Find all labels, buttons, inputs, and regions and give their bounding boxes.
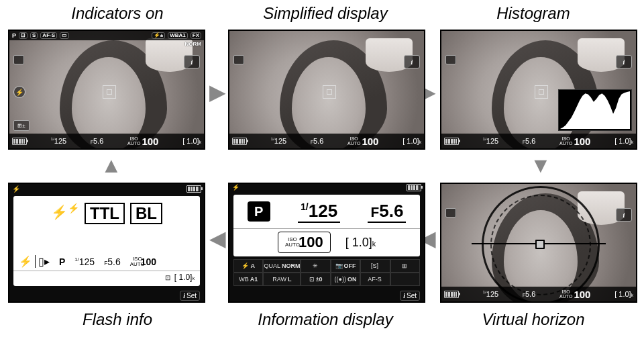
panel-virtual-horizon: i 1/125 F5.6 ISOAUTO100 [ 1.0]k [440,183,637,303]
flash-ready-icon: ⚡ [13,86,25,98]
mode-indicator: P [59,256,65,267]
metering-icon: ⊡ [165,274,170,281]
mic-level-icon [445,55,456,64]
flash-mode-readout: ⚡⚡ TTL BL [13,196,200,256]
focus-point-icon [103,85,116,99]
arrow-up-icon: ▲ [101,153,122,178]
frames-remaining: [ 1.0]k [345,236,376,250]
info-grid-cell: ✳ [301,259,330,273]
shutter-value: 125 [486,137,498,145]
info-settings-grid: ⚡AQUALNORM✳📷OFF[S]⊞WBA1RAWL⊡±0((●))ONAF-… [233,259,420,286]
focus-point-icon [535,85,548,99]
flash-comp-icon: ⚡± [152,32,165,39]
flash-sub-readout: ⚡ ▯▸ P 1/125 F5.6 ISOAUTO100 ⊡ [ 1.0]k [13,252,200,286]
top-indicator-strip: P ⊡ S AF-S ▭ ⚡± WBA1 FX [9,31,204,40]
panel-simplified: i 1/125 F5.6 ISOAUTO100 [ 1.0]k [228,30,425,150]
bottom-status-strip: 1/125 F5.6 ISOAUTO100 [ 1.0]k [441,134,636,148]
histogram-overlay [558,89,632,131]
battery-icon [444,291,459,298]
mode-badge: P [248,201,270,222]
i-set-button[interactable]: iSet [400,291,420,301]
panel-histogram: i 1/125 F5.6 ISOAUTO100 [ 1.0]k [440,30,637,150]
info-main-readout: P 1/125 F5.6 ISOAUTO100 [ 1.0]k [233,195,420,256]
focus-point-icon [323,85,336,99]
aperture-value: 5.6 [313,137,323,145]
shutter-value: 125 [309,201,337,221]
frames-remaining: [ 1.0]k [614,290,633,298]
battery-icon [232,138,247,145]
panel-information-display: ⚡ P 1/125 F5.6 ISOAUTO100 [ 1.0]k ⚡AQUAL… [228,183,425,303]
info-grid-cell: [S] [360,259,390,273]
aperture-value: 5.6 [93,137,103,145]
battery-icon [444,138,459,145]
s-indicator: S [30,32,38,39]
info-i-button[interactable]: i [184,55,200,68]
info-grid-cell [390,273,420,286]
iso-value: 100 [299,234,323,251]
label-virtual: Virtual horizon [443,310,624,329]
bottom-status-strip: 1/125 F5.6 ISOAUTO100 [ 1.0]k [441,287,636,301]
battery-icon [186,185,201,193]
iso-value: 100 [574,136,590,147]
flash-bl: BL [130,203,162,224]
iso-value: 100 [362,136,378,147]
virtual-horizon-center-icon [535,240,545,249]
mic-level-icon [233,55,244,64]
info-grid-cell: 📷OFF [331,259,360,273]
aperture-value: 5.6 [525,290,535,298]
fx-indicator: FX [191,32,201,39]
svg-marker-0 [560,91,630,129]
frames-remaining: [ 1.0]k [174,273,195,282]
mic-level-icon [13,55,24,64]
mic-level-icon [445,208,456,218]
shutter-value: 125 [79,256,95,267]
frames-remaining: [ 1.0]k [182,137,201,145]
bottom-status-strip: 1/125 F5.6 ISOAUTO100 [ 1.0]k [9,134,204,148]
bottom-status-strip: 1/125 F5.6 ISOAUTO100 [ 1.0]k [229,134,424,148]
iso-value: 100 [574,289,590,300]
shutter-value: 125 [54,137,66,145]
flash-status-icon: ⚡ [12,185,20,193]
quality-indicator: NORM [185,41,201,47]
arrow-left-icon: ◀ [209,226,226,251]
histogram-icon [560,91,630,129]
frames-remaining: [ 1.0]k [614,137,633,145]
info-i-button[interactable]: i [616,55,632,68]
battery-icon [407,184,421,191]
info-grid-cell: ⊞ [390,259,420,273]
flash-ttl: TTL [85,203,125,224]
info-grid-cell: ⚡A [233,259,263,273]
label-simplified: Simplified display [235,4,416,23]
shutter-value: 125 [486,290,498,298]
label-histogram: Histogram [443,4,624,23]
info-grid-cell: ((●))ON [331,273,360,286]
label-indicators-on: Indicators on [27,4,208,23]
iso-value: 100 [141,256,156,267]
info-grid-cell: QUALNORM [263,259,301,273]
i-set-button[interactable]: iSet [180,291,200,301]
arrow-down-icon: ▼ [530,153,551,178]
aperture-value: 5.6 [525,137,535,145]
wb-indicator: WBA1 [168,32,188,39]
flash-status-icon: ⚡ [232,184,239,192]
af-indicator: AF-S [40,32,57,39]
info-grid-cell: ⊡±0 [301,273,330,286]
info-i-button[interactable]: i [404,55,420,68]
flash-sync-icon: ⚡ ▯▸ [19,255,50,268]
aperture-value: 5.6 [107,256,120,267]
info-grid-cell: RAWL [263,273,301,286]
aperture-value: 5.6 [379,201,403,221]
info-grid-cell: WBA1 [233,273,263,286]
info-i-button[interactable]: i [616,208,632,222]
battery-icon [12,138,27,145]
iso-value: 100 [142,136,158,147]
mode-indicator: P [12,32,16,39]
label-flash: Flash info [27,310,208,329]
shutter-value: 125 [274,137,286,145]
grid-toggle-icon: ⊞± [13,120,30,131]
panel-indicators-on: P ⊡ S AF-S ▭ ⚡± WBA1 FX NORM i ⚡ ⊞± 1/12… [8,30,205,150]
area-mode-icon: ▭ [60,32,69,39]
frames-remaining: [ 1.0]k [402,137,421,145]
info-grid-cell: AF-S [360,273,390,286]
label-info: Information display [235,310,416,329]
